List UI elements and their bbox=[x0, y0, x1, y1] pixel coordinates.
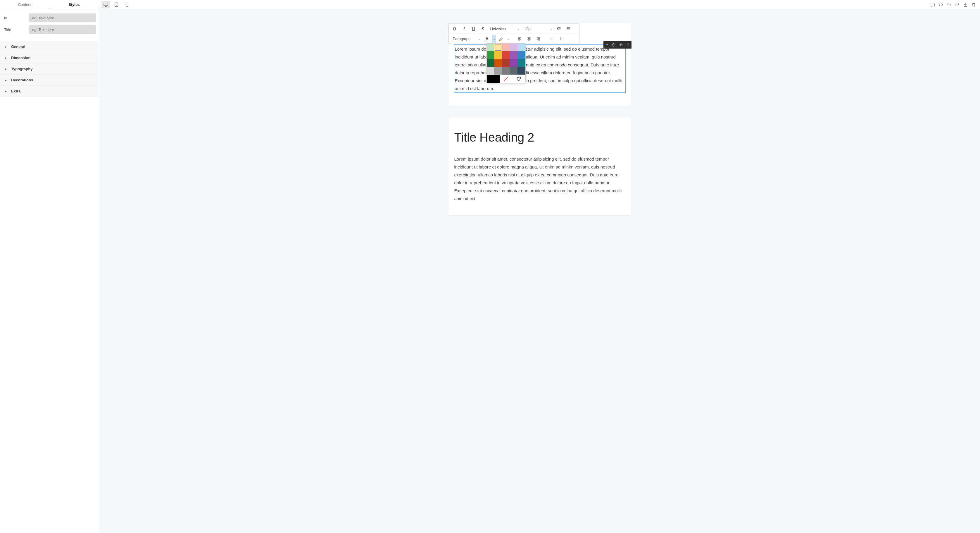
select-parent-button[interactable] bbox=[603, 41, 611, 49]
title-input[interactable] bbox=[29, 25, 96, 34]
style-settings: Id Title bbox=[0, 10, 99, 41]
text-color-button[interactable]: A bbox=[483, 35, 492, 43]
color-swatch[interactable] bbox=[487, 43, 495, 51]
tab-content[interactable]: Content bbox=[0, 0, 49, 10]
text-block-selected[interactable]: Lorem ipsum dolor sit amet, consectetur … bbox=[454, 45, 626, 93]
card-body[interactable]: Lorem ipsum dolor sit amet, consectetur … bbox=[455, 45, 625, 93]
move-button[interactable] bbox=[611, 41, 617, 49]
tablet-icon bbox=[114, 2, 119, 7]
color-swatch[interactable] bbox=[517, 43, 525, 51]
undo-icon bbox=[947, 2, 951, 7]
svg-point-11 bbox=[560, 40, 560, 40]
svg-point-12 bbox=[518, 78, 518, 78]
color-swatch[interactable] bbox=[502, 43, 509, 51]
bg-color-button[interactable] bbox=[497, 35, 506, 43]
ordered-list-button[interactable]: 123 bbox=[548, 35, 557, 43]
chevron-down-icon: ⌄ bbox=[478, 37, 480, 40]
color-swatch[interactable] bbox=[487, 51, 495, 59]
trash-icon bbox=[626, 43, 630, 47]
italic-button[interactable]: I bbox=[460, 25, 469, 33]
color-swatch[interactable] bbox=[517, 51, 525, 59]
card-body[interactable]: Lorem ipsum dolor sit amet, consectetur … bbox=[454, 155, 625, 203]
fontsize-select-wrap[interactable]: 12pt ⌄ bbox=[522, 25, 554, 33]
topbar bbox=[99, 0, 980, 10]
card-block[interactable]: Title Heading 2 Lorem ipsum dolor sit am… bbox=[449, 118, 631, 215]
undo-button[interactable] bbox=[945, 1, 953, 8]
device-group bbox=[102, 1, 131, 8]
color-swatch[interactable] bbox=[510, 43, 517, 51]
bg-color-dropdown[interactable]: ⌄ bbox=[506, 35, 510, 43]
swatch-black[interactable] bbox=[487, 75, 500, 83]
bold-button[interactable]: B bbox=[450, 25, 459, 33]
align-right-button[interactable] bbox=[534, 35, 543, 43]
import-button[interactable] bbox=[961, 1, 969, 8]
color-swatch[interactable] bbox=[495, 43, 502, 51]
block-select[interactable]: Paragraph bbox=[450, 35, 477, 43]
remove-color-button[interactable] bbox=[500, 75, 512, 83]
indent-icon bbox=[566, 27, 571, 31]
font-select[interactable]: Helvetica bbox=[488, 25, 512, 33]
card-block[interactable]: B I U S Helvetica ⌄ 12pt ⌄ bbox=[449, 23, 631, 106]
element-action-bar bbox=[603, 41, 632, 49]
align-left-button[interactable] bbox=[515, 35, 524, 43]
align-center-button[interactable] bbox=[525, 35, 534, 43]
unordered-list-button[interactable] bbox=[558, 35, 566, 43]
code-button[interactable] bbox=[937, 1, 945, 8]
device-desktop-button[interactable] bbox=[102, 1, 110, 8]
font-select-wrap[interactable]: Helvetica ⌄ bbox=[488, 25, 521, 33]
accordion-list: ▸General ▸Dimension ▸Typography ▸Decorat… bbox=[0, 41, 99, 97]
custom-color-button[interactable] bbox=[512, 75, 525, 83]
color-swatch[interactable] bbox=[517, 59, 525, 67]
accordion-label: Dimension bbox=[11, 56, 30, 60]
block-select-wrap[interactable]: Paragraph ⌄ bbox=[450, 35, 482, 43]
underline-button[interactable]: U bbox=[469, 25, 478, 33]
move-icon bbox=[612, 43, 616, 47]
accordion-general[interactable]: ▸General bbox=[0, 41, 99, 53]
tab-styles[interactable]: Styles bbox=[49, 0, 99, 10]
color-swatch[interactable] bbox=[510, 59, 517, 67]
color-swatch[interactable] bbox=[495, 67, 502, 74]
accordion-decorations[interactable]: ▸Decorations bbox=[0, 75, 99, 86]
redo-button[interactable] bbox=[953, 1, 961, 8]
id-input[interactable] bbox=[29, 13, 96, 22]
align-right-icon bbox=[536, 37, 541, 41]
outdent-button[interactable] bbox=[555, 25, 563, 33]
strike-button[interactable]: S bbox=[479, 25, 487, 33]
accordion-label: Decorations bbox=[11, 78, 33, 82]
delete-button[interactable] bbox=[969, 1, 978, 8]
svg-text:3: 3 bbox=[550, 39, 551, 40]
accordion-label: Typography bbox=[11, 67, 32, 71]
color-swatch[interactable] bbox=[495, 51, 502, 59]
color-swatch[interactable] bbox=[487, 59, 495, 67]
trash-icon bbox=[972, 2, 976, 7]
accordion-label: Extra bbox=[11, 89, 21, 93]
accordion-typography[interactable]: ▸Typography bbox=[0, 64, 99, 75]
color-swatch[interactable] bbox=[502, 67, 509, 74]
copy-button[interactable] bbox=[617, 41, 625, 49]
color-swatch[interactable] bbox=[502, 59, 509, 67]
text-color-dropdown[interactable]: ⌄ bbox=[492, 35, 496, 43]
accordion-dimension[interactable]: ▸Dimension bbox=[0, 53, 99, 64]
color-swatch[interactable] bbox=[487, 67, 495, 74]
svg-rect-5 bbox=[931, 3, 934, 6]
color-swatch[interactable] bbox=[495, 59, 502, 67]
device-mobile-button[interactable] bbox=[123, 1, 131, 8]
mobile-icon bbox=[125, 2, 129, 7]
align-left-icon bbox=[517, 37, 522, 41]
color-swatch[interactable] bbox=[510, 51, 517, 59]
fontsize-select[interactable]: 12pt bbox=[522, 25, 538, 33]
copy-icon bbox=[619, 43, 623, 47]
id-label: Id bbox=[3, 16, 26, 20]
color-swatch[interactable] bbox=[502, 51, 509, 59]
unordered-list-icon bbox=[560, 37, 564, 41]
accordion-extra[interactable]: ▸Extra bbox=[0, 86, 99, 97]
canvas[interactable]: B I U S Helvetica ⌄ 12pt ⌄ bbox=[99, 10, 980, 533]
delete-element-button[interactable] bbox=[625, 41, 632, 49]
outline-button[interactable] bbox=[929, 1, 937, 8]
indent-button[interactable] bbox=[564, 25, 573, 33]
card-title[interactable]: Title Heading 2 bbox=[454, 131, 625, 145]
color-swatch[interactable] bbox=[510, 67, 517, 74]
device-tablet-button[interactable] bbox=[112, 1, 121, 8]
color-swatch[interactable] bbox=[517, 67, 525, 74]
outdent-icon bbox=[557, 27, 562, 31]
